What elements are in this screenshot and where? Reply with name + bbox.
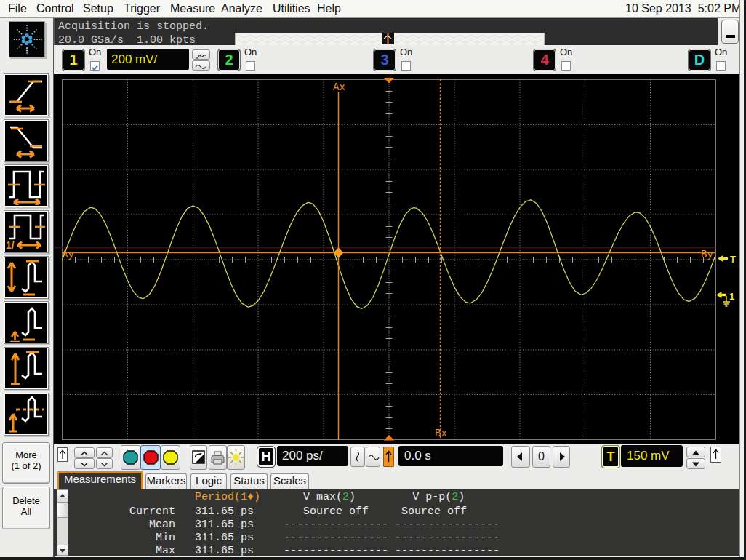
svg-text:Bx: Bx [435, 428, 447, 439]
svg-text:T: T [730, 254, 736, 265]
svg-text:By: By [701, 249, 713, 260]
svg-text:Ax: Ax [333, 81, 345, 93]
svg-text:1/: 1/ [6, 239, 15, 251]
svg-text:1: 1 [729, 291, 734, 302]
svg-text:Ay: Ay [62, 249, 74, 260]
